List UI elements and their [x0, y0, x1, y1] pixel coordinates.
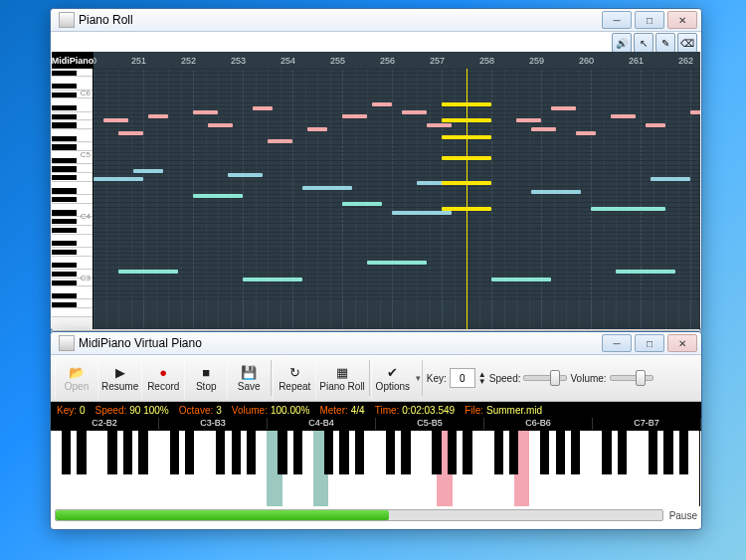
black-key[interactable] — [123, 431, 132, 474]
black-key[interactable] — [293, 431, 302, 474]
black-key[interactable] — [571, 431, 580, 474]
repeat-button[interactable]: ↻Repeat — [273, 357, 315, 399]
midi-note[interactable] — [342, 114, 367, 118]
minimize-button[interactable]: ─ — [602, 11, 632, 29]
midi-note[interactable] — [268, 139, 292, 143]
midi-note[interactable] — [646, 123, 665, 127]
options-button[interactable]: ✔Options — [371, 357, 414, 399]
midi-note[interactable] — [148, 114, 168, 118]
keyboard-side[interactable]: C6C5C4C3 — [52, 69, 93, 329]
options-dropdown-icon[interactable]: ▾ — [416, 373, 421, 383]
titlebar[interactable]: Piano Roll ─ □ ✕ — [51, 9, 701, 32]
key-input[interactable] — [450, 368, 475, 388]
black-key[interactable] — [432, 431, 441, 474]
black-key[interactable] — [62, 431, 71, 474]
black-key[interactable] — [170, 431, 179, 474]
midi-note[interactable] — [243, 278, 302, 281]
titlebar[interactable]: MidiPiano Virtual Piano ─ □ ✕ — [51, 332, 701, 355]
pencil-icon[interactable]: ✎ — [655, 33, 675, 53]
midi-note[interactable] — [531, 190, 581, 194]
close-button[interactable]: ✕ — [667, 334, 697, 352]
speaker-icon[interactable]: 🔊 — [612, 33, 632, 53]
pointer-icon[interactable]: ↖ — [634, 33, 653, 53]
progress-bar[interactable] — [55, 509, 663, 521]
midi-note[interactable] — [591, 207, 665, 211]
midi-note[interactable] — [516, 118, 541, 122]
midi-note[interactable] — [531, 127, 556, 131]
black-key[interactable] — [463, 431, 471, 474]
midi-note[interactable] — [690, 110, 700, 114]
black-key[interactable] — [232, 431, 241, 474]
speed-slider[interactable] — [523, 375, 567, 381]
midi-note[interactable] — [133, 169, 163, 173]
black-key[interactable] — [247, 431, 256, 474]
black-key[interactable] — [77, 431, 86, 474]
midi-note[interactable] — [372, 102, 392, 106]
black-key[interactable] — [649, 431, 657, 474]
black-key[interactable] — [107, 431, 116, 474]
black-key[interactable] — [540, 431, 549, 474]
midi-note[interactable] — [307, 127, 327, 131]
black-key[interactable] — [339, 431, 348, 474]
black-key[interactable] — [448, 431, 457, 474]
black-key[interactable] — [138, 431, 147, 474]
maximize-button[interactable]: □ — [635, 11, 664, 29]
midi-note[interactable] — [193, 110, 218, 114]
midi-note[interactable] — [342, 202, 382, 206]
stop-button[interactable]: ■Stop — [184, 357, 227, 399]
black-key[interactable] — [602, 431, 611, 474]
black-key[interactable] — [324, 431, 333, 474]
black-key[interactable] — [401, 431, 410, 474]
midi-note[interactable] — [442, 118, 491, 122]
black-key[interactable] — [509, 431, 518, 474]
midi-note[interactable] — [551, 106, 576, 110]
midi-note[interactable] — [228, 173, 263, 177]
black-key[interactable] — [556, 431, 565, 474]
midi-note[interactable] — [193, 194, 243, 198]
close-button[interactable]: ✕ — [667, 11, 697, 29]
slider-thumb[interactable] — [550, 370, 560, 386]
midi-note[interactable] — [491, 278, 551, 281]
midi-note[interactable] — [93, 177, 143, 181]
playhead[interactable] — [466, 69, 467, 329]
midi-note[interactable] — [118, 131, 143, 135]
black-key[interactable] — [355, 431, 364, 474]
midi-note[interactable] — [367, 261, 427, 265]
erase-icon[interactable]: ⌫ — [677, 33, 697, 53]
midi-note[interactable] — [442, 102, 491, 106]
maximize-button[interactable]: □ — [635, 334, 664, 352]
minimize-button[interactable]: ─ — [602, 334, 632, 352]
midi-note[interactable] — [442, 156, 491, 160]
midi-note[interactable] — [442, 181, 491, 185]
black-key[interactable] — [679, 431, 688, 474]
black-key[interactable] — [618, 431, 627, 474]
black-key[interactable] — [185, 431, 194, 474]
black-key[interactable] — [386, 431, 395, 474]
midi-note[interactable] — [442, 207, 491, 211]
midi-note[interactable] — [616, 270, 675, 274]
midi-note[interactable] — [302, 186, 352, 190]
record-button[interactable]: ●Record — [141, 357, 184, 399]
black-key[interactable] — [278, 431, 286, 474]
midi-note[interactable] — [442, 135, 491, 139]
midi-note[interactable] — [118, 270, 178, 274]
midi-note[interactable] — [103, 118, 128, 122]
slider-thumb[interactable] — [636, 370, 646, 386]
volume-slider[interactable] — [610, 375, 653, 381]
save-button[interactable]: 💾Save — [227, 357, 270, 399]
black-key[interactable] — [494, 431, 503, 474]
midi-note[interactable] — [576, 131, 596, 135]
midi-note[interactable] — [427, 123, 452, 127]
black-key[interactable] — [216, 431, 225, 474]
piano-keyboard[interactable] — [51, 430, 701, 506]
midi-note[interactable] — [253, 106, 273, 110]
midi-note[interactable] — [651, 177, 690, 181]
resume-button[interactable]: ▶Resume — [97, 357, 141, 399]
piano-roll-grid[interactable]: 250251252253254255256257258259260261262 — [93, 52, 700, 329]
midi-note[interactable] — [392, 211, 452, 215]
midi-note[interactable] — [208, 123, 233, 127]
black-key[interactable] — [663, 431, 672, 474]
midi-note[interactable] — [402, 110, 427, 114]
midi-note[interactable] — [611, 114, 636, 118]
stepper-icon[interactable]: ▲▼ — [478, 371, 486, 385]
